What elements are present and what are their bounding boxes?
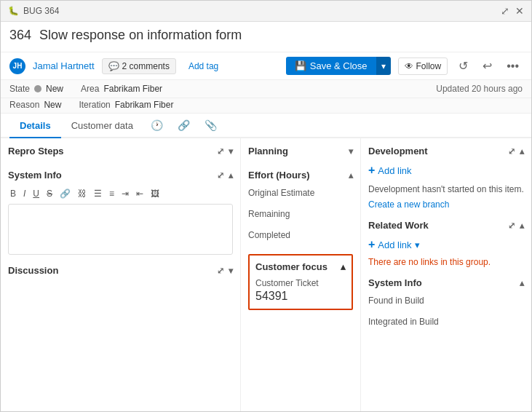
collapse-discussion-icon[interactable]: ▾ (229, 266, 233, 276)
collapse-related-icon[interactable]: ▴ (520, 221, 524, 231)
follow-button[interactable]: 👁 Follow (398, 58, 448, 75)
strikethrough-btn[interactable]: S (44, 188, 55, 199)
repro-steps-section: Repro Steps ⤢ ▾ (8, 146, 233, 159)
planning-controls: ▾ (349, 146, 353, 157)
italic-btn[interactable]: I (21, 188, 28, 199)
effort-controls: ▴ (349, 170, 353, 181)
area-value[interactable]: Fabrikam Fiber (103, 84, 162, 94)
updated-text: Updated 20 hours ago (436, 84, 523, 94)
system-info-section: System Info ⤢ ▴ B I U S 🔗 ⛓ ☰ ≡ ⇥ ⇤ 🖼 (8, 170, 233, 255)
expand-discussion-icon[interactable]: ⤢ (217, 266, 224, 276)
close-icon[interactable]: ✕ (515, 5, 524, 17)
add-link-dropdown-button[interactable]: + Add link ▾ (368, 238, 524, 251)
add-link-button[interactable]: + Add link (368, 164, 524, 177)
ul-btn[interactable]: ☰ (92, 188, 104, 199)
discussion-label: Discussion (8, 265, 58, 276)
expand-icon[interactable]: ⤢ (501, 5, 509, 17)
create-branch-link[interactable]: Create a new branch (368, 199, 449, 210)
bug-title-text: Slow response on information form (39, 28, 242, 42)
collapse-sysinfo-icon[interactable]: ▴ (229, 170, 233, 181)
system-info-right-header: System Info ▴ (368, 277, 524, 291)
save-close-button[interactable]: 💾 Save & Close (286, 57, 376, 75)
effort-header: Effort (Hours) ▴ (248, 170, 353, 183)
title-bar: 🐛 BUG 364 ⤢ ✕ (1, 1, 531, 22)
discussion-header: Discussion ⤢ ▾ (8, 265, 233, 279)
add-tag-button[interactable]: Add tag (183, 58, 223, 74)
completed-value[interactable] (248, 242, 353, 244)
collapse-dev-icon[interactable]: ▴ (520, 146, 524, 157)
collapse-sysinfo-right-icon[interactable]: ▴ (520, 278, 524, 288)
reason-value[interactable]: New (44, 100, 61, 110)
save-close-dropdown[interactable]: ▾ (376, 57, 391, 75)
customer-focus-header: Customer focus ▴ (255, 261, 346, 272)
found-in-build-label: Found in Build (368, 296, 524, 306)
add-link-label: Add link (378, 165, 411, 176)
found-in-build-value[interactable] (368, 307, 524, 309)
save-close-wrap: 💾 Save & Close ▾ (286, 57, 391, 75)
image-btn[interactable]: 🖼 (148, 188, 162, 199)
link-tab-icon[interactable]: 🔗 (170, 114, 197, 137)
save-icon: 💾 (295, 60, 306, 71)
remaining-value[interactable] (248, 221, 353, 223)
reason-item: Reason New (9, 100, 61, 110)
collapse-effort-icon[interactable]: ▴ (349, 170, 353, 181)
iteration-value[interactable]: Fabrikam Fiber (115, 100, 174, 110)
content-area: Repro Steps ⤢ ▾ System Info ⤢ ▴ B I U S (1, 138, 531, 412)
link2-btn[interactable]: ⛓ (76, 188, 89, 199)
tab-customer-data[interactable]: Customer data (61, 114, 143, 138)
collapse-planning-icon[interactable]: ▾ (349, 146, 353, 157)
history-tab-icon[interactable]: 🕐 (143, 114, 170, 137)
original-estimate-value[interactable] (248, 199, 353, 202)
remaining-row: Remaining (248, 209, 353, 223)
effort-section: Effort (Hours) ▴ Original Estimate Remai… (248, 170, 353, 244)
dropdown-arrow: ▾ (415, 239, 420, 250)
plus-icon: + (368, 164, 375, 177)
refresh-button[interactable]: ↺ (455, 58, 472, 74)
customer-ticket-value[interactable]: 54391 (255, 290, 346, 303)
state-dot (34, 85, 41, 92)
completed-row: Completed (248, 230, 353, 244)
expand-related-icon[interactable]: ⤢ (508, 221, 515, 231)
completed-label: Completed (248, 230, 353, 240)
link-btn[interactable]: 🔗 (57, 188, 73, 199)
system-info-header: System Info ⤢ ▴ (8, 170, 233, 183)
more-button[interactable]: ••• (503, 58, 523, 74)
undo-button[interactable]: ↩ (479, 58, 496, 74)
system-info-editor[interactable] (8, 204, 233, 255)
development-controls: ⤢ ▴ (508, 146, 524, 157)
indent-btn[interactable]: ⇥ (119, 188, 131, 199)
outdent-btn[interactable]: ⇤ (134, 188, 146, 199)
development-header: Development ⤢ ▴ (368, 146, 524, 159)
discussion-section: Discussion ⤢ ▾ (8, 265, 233, 279)
related-work-controls: ⤢ ▴ (508, 221, 524, 231)
discussion-controls: ⤢ ▾ (217, 266, 233, 276)
customer-focus-label: Customer focus (255, 261, 327, 272)
state-value[interactable]: New (46, 84, 63, 94)
underline-btn[interactable]: U (31, 188, 41, 199)
bold-btn[interactable]: B (8, 188, 18, 199)
collapse-customer-focus-icon[interactable]: ▴ (341, 261, 346, 272)
planning-header: Planning ▾ (248, 146, 353, 159)
comments-button[interactable]: 💬 2 comments (102, 58, 176, 74)
expand-dev-icon[interactable]: ⤢ (508, 146, 515, 157)
development-label: Development (368, 146, 428, 157)
state-item: State New (9, 84, 63, 94)
integrated-in-build-value[interactable] (368, 328, 524, 330)
right-panel: Development ⤢ ▴ + Add link Development h… (361, 138, 531, 412)
related-work-label: Related Work (368, 220, 429, 231)
system-info-label: System Info (8, 170, 62, 181)
tabs-bar: Details Customer data 🕐 🔗 📎 (1, 114, 531, 138)
integrated-in-build-label: Integrated in Build (368, 317, 524, 327)
attach-tab-icon[interactable]: 📎 (197, 114, 224, 137)
no-links-text: There are no links in this group. (368, 257, 524, 267)
action-bar: JH Jamal Hartnett 💬 2 comments Add tag 💾… (1, 52, 531, 80)
repro-steps-header: Repro Steps ⤢ ▾ (8, 146, 233, 159)
tab-details[interactable]: Details (9, 114, 61, 138)
system-info-right-section: System Info ▴ Found in Build Integrated … (368, 277, 524, 330)
collapse-repro-icon[interactable]: ▾ (229, 146, 233, 157)
user-name[interactable]: Jamal Hartnett (33, 60, 95, 71)
integrated-in-build-row: Integrated in Build (368, 317, 524, 330)
ol-btn[interactable]: ≡ (107, 188, 116, 199)
expand-sysinfo-icon[interactable]: ⤢ (217, 170, 224, 181)
expand-repro-icon[interactable]: ⤢ (217, 146, 224, 157)
